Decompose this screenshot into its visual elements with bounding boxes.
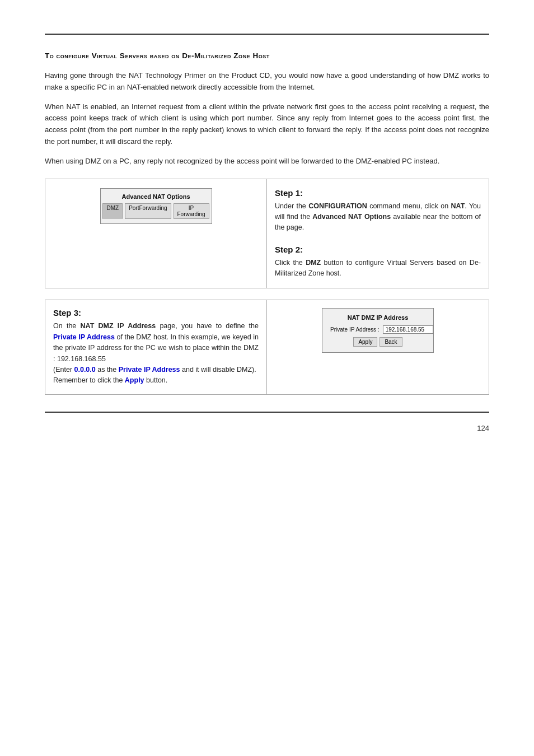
step3-left: Step 3: On the NAT DMZ IP Address page, … — [45, 300, 267, 394]
nat-options-screenshot: Advanced NAT Options DMZ PortForwarding … — [100, 188, 212, 224]
dmz-ip-screenshot: NAT DMZ IP Address Private IP Address : … — [322, 308, 434, 353]
dmz-label: DMZ — [306, 259, 321, 267]
col-left-step1: Advanced NAT Options DMZ PortForwarding … — [45, 179, 267, 288]
steps-1-2-box: Advanced NAT Options DMZ PortForwarding … — [45, 179, 489, 289]
nat-options-tabs: DMZ PortForwarding IP Forwarding — [106, 203, 206, 219]
step3-right: NAT DMZ IP Address Private IP Address : … — [267, 300, 489, 394]
step3-text: On the NAT DMZ IP Address page, you have… — [53, 321, 259, 386]
step2-section: Step 2: Click the DMZ button to configur… — [275, 245, 481, 279]
dmz-ip-field-label: Private IP Address : — [330, 326, 380, 333]
ipforwarding-tab[interactable]: IP Forwarding — [174, 203, 209, 219]
page-container: To configure Virtual Servers based on De… — [0, 0, 534, 756]
nat-label: NAT — [451, 202, 465, 210]
section-title: To configure Virtual Servers based on De… — [45, 52, 489, 60]
step1-heading: Step 1: — [275, 188, 481, 198]
zero-ip-label: 0.0.0.0 — [74, 366, 96, 374]
dmz-ip-input[interactable] — [383, 325, 433, 334]
advanced-nat-options-label: Advanced NAT Options — [312, 213, 391, 221]
nat-options-title: Advanced NAT Options — [106, 193, 206, 200]
top-rule — [45, 34, 489, 35]
configuration-label: CONFIGURATION — [308, 202, 367, 210]
dmz-ip-buttons: Apply Back — [330, 337, 425, 347]
apply-label: Apply — [125, 376, 144, 384]
back-button[interactable]: Back — [380, 337, 402, 347]
dmz-tab[interactable]: DMZ — [102, 203, 123, 219]
step3-heading: Step 3: — [53, 308, 259, 318]
step2-heading: Step 2: — [275, 245, 481, 254]
private-ip-address-label2: Private IP Address — [119, 366, 180, 374]
intro-para-3: When using DMZ on a PC, any reply not re… — [45, 156, 489, 167]
col-right-steps: Step 1: Under the CONFIGURATION command … — [267, 179, 489, 288]
dmz-ip-row: Private IP Address : — [330, 325, 425, 334]
intro-para-1: Having gone through the NAT Technology P… — [45, 70, 489, 94]
dmz-ip-box-title: NAT DMZ IP Address — [330, 314, 425, 321]
private-ip-address-label: Private IP Address — [53, 333, 115, 341]
step2-text: Click the DMZ button to configure Virtua… — [275, 258, 481, 279]
step1-text: Under the CONFIGURATION command menu, cl… — [275, 201, 481, 234]
intro-para-2: When NAT is enabled, an Internet request… — [45, 101, 489, 148]
step1-section: Step 1: Under the CONFIGURATION command … — [275, 188, 481, 234]
apply-button[interactable]: Apply — [353, 337, 377, 347]
portforwarding-tab[interactable]: PortForwarding — [125, 203, 171, 219]
nat-dmz-ip-address-label: NAT DMZ IP Address — [81, 322, 156, 330]
page-number: 124 — [45, 424, 489, 432]
bottom-rule — [45, 412, 489, 413]
step3-box: Step 3: On the NAT DMZ IP Address page, … — [45, 300, 489, 394]
